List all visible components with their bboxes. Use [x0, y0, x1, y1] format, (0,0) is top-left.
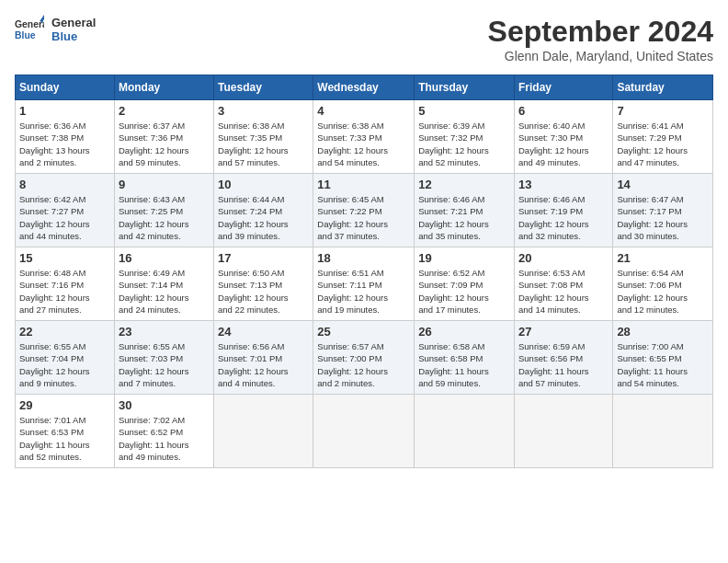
calendar-week-row: 29Sunrise: 7:01 AM Sunset: 6:53 PM Dayli… [16, 395, 713, 468]
day-number: 22 [19, 325, 110, 339]
day-number: 25 [317, 325, 410, 339]
logo-line2: Blue [51, 29, 96, 43]
day-number: 9 [119, 178, 210, 191]
weekday-header-sunday: Sunday [16, 75, 115, 100]
logo-line1: General [51, 16, 96, 29]
calendar-cell: 20Sunrise: 6:53 AM Sunset: 7:08 PM Dayli… [514, 247, 612, 321]
day-info: Sunrise: 6:55 AM Sunset: 7:03 PM Dayligh… [119, 340, 210, 389]
day-number: 26 [418, 325, 510, 339]
day-info: Sunrise: 6:40 AM Sunset: 7:30 PM Dayligh… [518, 120, 609, 168]
calendar-cell: 6Sunrise: 6:40 AM Sunset: 7:30 PM Daylig… [514, 100, 612, 174]
calendar-week-row: 1Sunrise: 6:36 AM Sunset: 7:38 PM Daylig… [16, 100, 713, 174]
day-number: 27 [518, 325, 609, 339]
day-info: Sunrise: 6:59 AM Sunset: 6:56 PM Dayligh… [518, 340, 609, 389]
calendar-cell [214, 395, 313, 468]
day-number: 1 [19, 104, 110, 118]
day-info: Sunrise: 6:58 AM Sunset: 6:58 PM Dayligh… [418, 340, 510, 389]
calendar-body: 1Sunrise: 6:36 AM Sunset: 7:38 PM Daylig… [16, 100, 713, 468]
weekday-header-monday: Monday [114, 75, 213, 100]
day-number: 16 [119, 251, 210, 265]
day-number: 7 [617, 104, 709, 118]
day-number: 13 [518, 178, 609, 191]
logo: General Blue General Blue [15, 15, 96, 44]
day-info: Sunrise: 6:42 AM Sunset: 7:27 PM Dayligh… [19, 193, 110, 242]
calendar-header-row: SundayMondayTuesdayWednesdayThursdayFrid… [16, 75, 713, 100]
day-number: 18 [317, 251, 410, 265]
title-block: September 2024 Glenn Dale, Maryland, Uni… [488, 15, 713, 63]
day-number: 19 [418, 251, 510, 265]
weekday-header-wednesday: Wednesday [313, 75, 415, 100]
calendar-cell: 21Sunrise: 6:54 AM Sunset: 7:06 PM Dayli… [613, 247, 713, 321]
weekday-header-thursday: Thursday [415, 75, 515, 100]
calendar-cell: 4Sunrise: 6:38 AM Sunset: 7:33 PM Daylig… [313, 100, 415, 174]
day-number: 23 [119, 325, 210, 339]
calendar-cell: 2Sunrise: 6:37 AM Sunset: 7:36 PM Daylig… [114, 100, 213, 174]
calendar-week-row: 15Sunrise: 6:48 AM Sunset: 7:16 PM Dayli… [16, 247, 713, 321]
calendar-table: SundayMondayTuesdayWednesdayThursdayFrid… [15, 75, 713, 468]
day-info: Sunrise: 6:45 AM Sunset: 7:22 PM Dayligh… [317, 193, 410, 242]
calendar-cell: 22Sunrise: 6:55 AM Sunset: 7:04 PM Dayli… [16, 321, 115, 395]
month-title: September 2024 [488, 15, 713, 49]
day-number: 30 [119, 398, 210, 412]
day-info: Sunrise: 7:00 AM Sunset: 6:55 PM Dayligh… [617, 340, 709, 389]
day-number: 20 [518, 251, 609, 265]
calendar-cell: 30Sunrise: 7:02 AM Sunset: 6:52 PM Dayli… [114, 395, 213, 468]
day-info: Sunrise: 6:49 AM Sunset: 7:14 PM Dayligh… [119, 267, 210, 316]
page-header: General Blue General Blue September 2024… [15, 15, 713, 63]
day-info: Sunrise: 6:43 AM Sunset: 7:25 PM Dayligh… [119, 193, 210, 242]
day-info: Sunrise: 6:36 AM Sunset: 7:38 PM Dayligh… [19, 120, 110, 168]
day-info: Sunrise: 6:56 AM Sunset: 7:01 PM Dayligh… [218, 340, 309, 389]
calendar-cell: 19Sunrise: 6:52 AM Sunset: 7:09 PM Dayli… [415, 247, 515, 321]
day-info: Sunrise: 7:01 AM Sunset: 6:53 PM Dayligh… [19, 414, 110, 463]
day-number: 14 [617, 178, 709, 191]
calendar-week-row: 8Sunrise: 6:42 AM Sunset: 7:27 PM Daylig… [16, 174, 713, 247]
day-info: Sunrise: 6:39 AM Sunset: 7:32 PM Dayligh… [418, 120, 510, 168]
calendar-cell [613, 395, 713, 468]
day-info: Sunrise: 6:52 AM Sunset: 7:09 PM Dayligh… [418, 267, 510, 316]
calendar-cell: 29Sunrise: 7:01 AM Sunset: 6:53 PM Dayli… [16, 395, 115, 468]
calendar-cell: 12Sunrise: 6:46 AM Sunset: 7:21 PM Dayli… [415, 174, 515, 247]
day-number: 12 [418, 178, 510, 191]
calendar-cell: 14Sunrise: 6:47 AM Sunset: 7:17 PM Dayli… [613, 174, 713, 247]
svg-text:General: General [15, 19, 44, 29]
svg-text:Blue: Blue [15, 30, 36, 40]
day-info: Sunrise: 6:50 AM Sunset: 7:13 PM Dayligh… [218, 267, 309, 316]
day-number: 28 [617, 325, 709, 339]
calendar-cell: 9Sunrise: 6:43 AM Sunset: 7:25 PM Daylig… [114, 174, 213, 247]
day-info: Sunrise: 6:38 AM Sunset: 7:33 PM Dayligh… [317, 120, 410, 168]
day-info: Sunrise: 6:37 AM Sunset: 7:36 PM Dayligh… [119, 120, 210, 168]
day-info: Sunrise: 6:51 AM Sunset: 7:11 PM Dayligh… [317, 267, 410, 316]
calendar-cell: 10Sunrise: 6:44 AM Sunset: 7:24 PM Dayli… [214, 174, 313, 247]
day-number: 24 [218, 325, 309, 339]
calendar-cell: 1Sunrise: 6:36 AM Sunset: 7:38 PM Daylig… [16, 100, 115, 174]
day-info: Sunrise: 6:54 AM Sunset: 7:06 PM Dayligh… [617, 267, 709, 316]
location-subtitle: Glenn Dale, Maryland, United States [488, 49, 713, 63]
calendar-cell: 16Sunrise: 6:49 AM Sunset: 7:14 PM Dayli… [114, 247, 213, 321]
day-number: 8 [19, 178, 110, 191]
calendar-cell: 27Sunrise: 6:59 AM Sunset: 6:56 PM Dayli… [514, 321, 612, 395]
calendar-cell: 8Sunrise: 6:42 AM Sunset: 7:27 PM Daylig… [16, 174, 115, 247]
calendar-cell: 15Sunrise: 6:48 AM Sunset: 7:16 PM Dayli… [16, 247, 115, 321]
day-number: 29 [19, 398, 110, 412]
day-number: 6 [518, 104, 609, 118]
day-info: Sunrise: 6:44 AM Sunset: 7:24 PM Dayligh… [218, 193, 309, 242]
weekday-header-tuesday: Tuesday [214, 75, 313, 100]
calendar-cell: 25Sunrise: 6:57 AM Sunset: 7:00 PM Dayli… [313, 321, 415, 395]
day-number: 17 [218, 251, 309, 265]
day-info: Sunrise: 7:02 AM Sunset: 6:52 PM Dayligh… [119, 414, 210, 463]
weekday-header-friday: Friday [514, 75, 612, 100]
day-info: Sunrise: 6:46 AM Sunset: 7:21 PM Dayligh… [418, 193, 510, 242]
day-info: Sunrise: 6:55 AM Sunset: 7:04 PM Dayligh… [19, 340, 110, 389]
day-number: 4 [317, 104, 410, 118]
day-info: Sunrise: 6:46 AM Sunset: 7:19 PM Dayligh… [518, 193, 609, 242]
calendar-cell: 18Sunrise: 6:51 AM Sunset: 7:11 PM Dayli… [313, 247, 415, 321]
day-number: 21 [617, 251, 709, 265]
calendar-cell: 5Sunrise: 6:39 AM Sunset: 7:32 PM Daylig… [415, 100, 515, 174]
calendar-cell: 11Sunrise: 6:45 AM Sunset: 7:22 PM Dayli… [313, 174, 415, 247]
day-number: 10 [218, 178, 309, 191]
calendar-cell: 7Sunrise: 6:41 AM Sunset: 7:29 PM Daylig… [613, 100, 713, 174]
day-info: Sunrise: 6:57 AM Sunset: 7:00 PM Dayligh… [317, 340, 410, 389]
calendar-cell: 24Sunrise: 6:56 AM Sunset: 7:01 PM Dayli… [214, 321, 313, 395]
calendar-cell: 23Sunrise: 6:55 AM Sunset: 7:03 PM Dayli… [114, 321, 213, 395]
calendar-cell [415, 395, 515, 468]
